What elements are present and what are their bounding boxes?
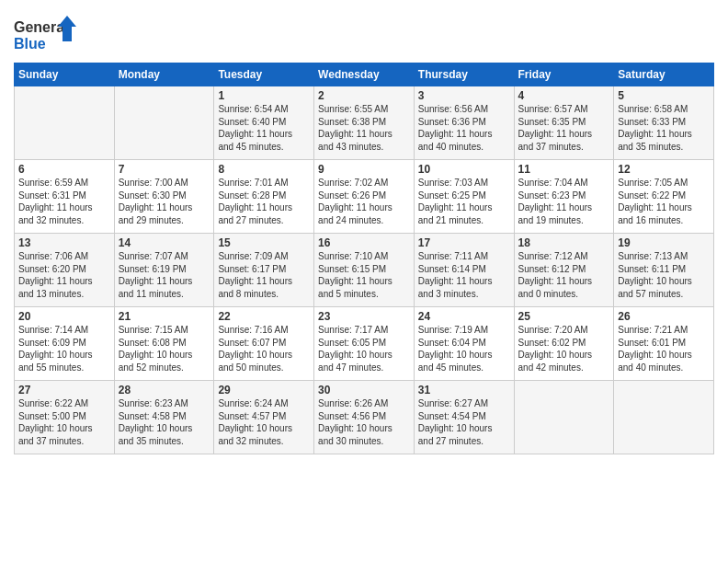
day-number: 1 (218, 89, 310, 102)
day-number: 24 (418, 310, 510, 323)
calendar-cell: 8Sunrise: 7:01 AMSunset: 6:28 PMDaylight… (214, 160, 314, 234)
day-info: Sunrise: 6:24 AMSunset: 4:57 PMDaylight:… (218, 397, 310, 447)
day-number: 25 (518, 310, 610, 323)
day-number: 2 (318, 89, 410, 102)
calendar-cell: 18Sunrise: 7:12 AMSunset: 6:12 PMDayligh… (514, 234, 614, 307)
day-info: Sunrise: 7:17 AMSunset: 6:05 PMDaylight:… (318, 324, 410, 373)
logo-svg: General Blue (14, 14, 78, 55)
day-info: Sunrise: 6:27 AMSunset: 4:54 PMDaylight:… (418, 397, 510, 447)
day-info: Sunrise: 6:22 AMSunset: 5:00 PMDaylight:… (18, 397, 110, 447)
calendar-cell: 17Sunrise: 7:11 AMSunset: 6:14 PMDayligh… (414, 234, 514, 307)
day-info: Sunrise: 7:00 AMSunset: 6:30 PMDaylight:… (119, 177, 210, 226)
day-number: 14 (119, 236, 210, 249)
calendar-cell (514, 381, 614, 454)
day-number: 18 (518, 236, 610, 249)
day-number: 16 (318, 236, 410, 249)
day-info: Sunrise: 6:59 AMSunset: 6:31 PMDaylight:… (18, 177, 110, 226)
calendar-week-row: 6Sunrise: 6:59 AMSunset: 6:31 PMDaylight… (15, 160, 714, 234)
day-number: 30 (318, 384, 410, 396)
calendar-cell: 12Sunrise: 7:05 AMSunset: 6:22 PMDayligh… (614, 160, 714, 234)
logo: General Blue (14, 14, 78, 55)
day-number: 17 (418, 236, 510, 249)
calendar-cell: 26Sunrise: 7:21 AMSunset: 6:01 PMDayligh… (614, 307, 714, 381)
day-number: 13 (18, 236, 110, 249)
day-info: Sunrise: 6:54 AMSunset: 6:40 PMDaylight:… (218, 103, 310, 153)
day-number: 9 (318, 163, 410, 176)
day-info: Sunrise: 7:03 AMSunset: 6:25 PMDaylight:… (418, 177, 510, 226)
calendar-cell: 22Sunrise: 7:16 AMSunset: 6:07 PMDayligh… (214, 307, 314, 381)
day-number: 19 (618, 236, 710, 249)
day-number: 7 (119, 163, 210, 176)
day-info: Sunrise: 7:09 AMSunset: 6:17 PMDaylight:… (218, 250, 310, 300)
calendar-cell: 5Sunrise: 6:58 AMSunset: 6:33 PMDaylight… (614, 86, 714, 160)
svg-text:General: General (14, 19, 69, 35)
calendar-cell: 7Sunrise: 7:00 AMSunset: 6:30 PMDaylight… (114, 160, 214, 234)
day-info: Sunrise: 7:16 AMSunset: 6:07 PMDaylight:… (218, 324, 310, 373)
calendar-table: Sunday Monday Tuesday Wednesday Thursday… (14, 63, 714, 454)
calendar-cell: 31Sunrise: 6:27 AMSunset: 4:54 PMDayligh… (414, 381, 514, 454)
calendar-cell: 2Sunrise: 6:55 AMSunset: 6:38 PMDaylight… (314, 86, 415, 160)
col-friday: Friday (514, 63, 614, 86)
day-info: Sunrise: 7:12 AMSunset: 6:12 PMDaylight:… (518, 250, 610, 300)
calendar-cell: 3Sunrise: 6:56 AMSunset: 6:36 PMDaylight… (414, 86, 514, 160)
calendar-cell: 10Sunrise: 7:03 AMSunset: 6:25 PMDayligh… (414, 160, 514, 234)
calendar-cell: 21Sunrise: 7:15 AMSunset: 6:08 PMDayligh… (114, 307, 214, 381)
day-number: 22 (218, 310, 310, 323)
calendar-cell: 29Sunrise: 6:24 AMSunset: 4:57 PMDayligh… (214, 381, 314, 454)
day-info: Sunrise: 7:05 AMSunset: 6:22 PMDaylight:… (618, 177, 710, 226)
day-info: Sunrise: 7:06 AMSunset: 6:20 PMDaylight:… (18, 250, 110, 300)
day-number: 31 (418, 384, 510, 396)
col-sunday: Sunday (15, 63, 115, 86)
day-info: Sunrise: 7:11 AMSunset: 6:14 PMDaylight:… (418, 250, 510, 300)
day-number: 12 (618, 163, 710, 176)
day-info: Sunrise: 6:56 AMSunset: 6:36 PMDaylight:… (418, 103, 510, 153)
calendar-cell: 19Sunrise: 7:13 AMSunset: 6:11 PMDayligh… (614, 234, 714, 307)
page: General Blue Sunday Monday Tuesday Wedne… (0, 0, 728, 464)
calendar-cell: 13Sunrise: 7:06 AMSunset: 6:20 PMDayligh… (15, 234, 115, 307)
calendar-cell: 15Sunrise: 7:09 AMSunset: 6:17 PMDayligh… (214, 234, 314, 307)
calendar-week-row: 27Sunrise: 6:22 AMSunset: 5:00 PMDayligh… (15, 381, 714, 454)
calendar-cell: 28Sunrise: 6:23 AMSunset: 4:58 PMDayligh… (114, 381, 214, 454)
day-info: Sunrise: 7:21 AMSunset: 6:01 PMDaylight:… (618, 324, 710, 373)
col-saturday: Saturday (614, 63, 714, 86)
day-number: 8 (218, 163, 310, 176)
day-info: Sunrise: 7:19 AMSunset: 6:04 PMDaylight:… (418, 324, 510, 373)
day-number: 23 (318, 310, 410, 323)
day-info: Sunrise: 7:10 AMSunset: 6:15 PMDaylight:… (318, 250, 410, 300)
calendar-cell: 16Sunrise: 7:10 AMSunset: 6:15 PMDayligh… (314, 234, 415, 307)
day-number: 4 (518, 89, 610, 102)
header: General Blue (14, 9, 714, 55)
col-monday: Monday (114, 63, 214, 86)
day-number: 10 (418, 163, 510, 176)
calendar-cell: 4Sunrise: 6:57 AMSunset: 6:35 PMDaylight… (514, 86, 614, 160)
day-number: 28 (119, 384, 210, 396)
calendar-cell (15, 86, 115, 160)
day-info: Sunrise: 7:04 AMSunset: 6:23 PMDaylight:… (518, 177, 610, 226)
day-info: Sunrise: 7:02 AMSunset: 6:26 PMDaylight:… (318, 177, 410, 226)
day-info: Sunrise: 6:58 AMSunset: 6:33 PMDaylight:… (618, 103, 710, 153)
calendar-cell: 25Sunrise: 7:20 AMSunset: 6:02 PMDayligh… (514, 307, 614, 381)
col-tuesday: Tuesday (214, 63, 314, 86)
calendar-cell: 20Sunrise: 7:14 AMSunset: 6:09 PMDayligh… (15, 307, 115, 381)
calendar-cell (614, 381, 714, 454)
svg-text:Blue: Blue (14, 36, 46, 52)
calendar-cell: 9Sunrise: 7:02 AMSunset: 6:26 PMDaylight… (314, 160, 415, 234)
calendar-cell: 6Sunrise: 6:59 AMSunset: 6:31 PMDaylight… (15, 160, 115, 234)
day-number: 27 (18, 384, 110, 396)
day-info: Sunrise: 6:55 AMSunset: 6:38 PMDaylight:… (318, 103, 410, 153)
day-number: 11 (518, 163, 610, 176)
calendar-cell: 24Sunrise: 7:19 AMSunset: 6:04 PMDayligh… (414, 307, 514, 381)
calendar-cell (114, 86, 214, 160)
calendar-week-row: 1Sunrise: 6:54 AMSunset: 6:40 PMDaylight… (15, 86, 714, 160)
day-info: Sunrise: 6:23 AMSunset: 4:58 PMDaylight:… (119, 397, 210, 447)
calendar-cell: 14Sunrise: 7:07 AMSunset: 6:19 PMDayligh… (114, 234, 214, 307)
calendar-week-row: 13Sunrise: 7:06 AMSunset: 6:20 PMDayligh… (15, 234, 714, 307)
day-info: Sunrise: 7:07 AMSunset: 6:19 PMDaylight:… (119, 250, 210, 300)
calendar-week-row: 20Sunrise: 7:14 AMSunset: 6:09 PMDayligh… (15, 307, 714, 381)
day-number: 29 (218, 384, 310, 396)
calendar-cell: 27Sunrise: 6:22 AMSunset: 5:00 PMDayligh… (15, 381, 115, 454)
day-number: 26 (618, 310, 710, 323)
calendar-header-row: Sunday Monday Tuesday Wednesday Thursday… (15, 63, 714, 86)
col-thursday: Thursday (414, 63, 514, 86)
day-number: 21 (119, 310, 210, 323)
